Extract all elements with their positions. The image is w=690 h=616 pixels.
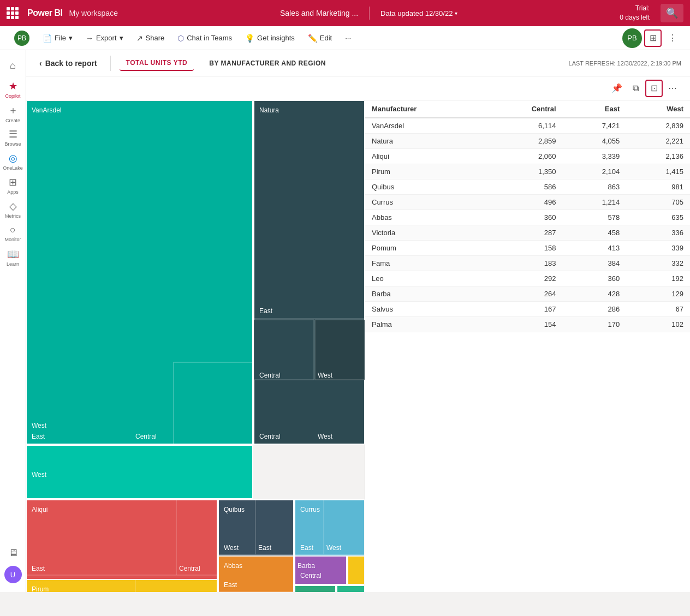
sidebar-item-metrics[interactable]: ◇ Metrics — [2, 199, 24, 220]
cell-east: 170 — [563, 317, 627, 332]
table-row[interactable]: Aliqui 2,060 3,339 2,136 — [365, 149, 690, 164]
cell-manufacturer: Leo — [365, 271, 485, 286]
avatar-toolbar[interactable]: PB — [9, 27, 35, 49]
more-button[interactable]: ··· — [340, 31, 356, 45]
treemap-svg: VanArsdel East Central West Natura East — [26, 100, 365, 592]
duplicate-icon-btn[interactable]: ⧉ — [627, 80, 644, 97]
pin-icon-btn[interactable]: 📌 — [608, 80, 626, 97]
cell-manufacturer: Quibus — [365, 180, 485, 195]
sidebar-browse-label: Browse — [4, 141, 21, 147]
top-header: Power BI My workspace Sales and Marketin… — [0, 0, 690, 26]
table-row[interactable]: VanArsdel 6,114 7,421 2,839 — [365, 118, 690, 134]
display-icon: 🖥 — [8, 547, 18, 559]
file-button[interactable]: 📄 File ▾ — [37, 31, 78, 46]
manufacturer-data-table: Manufacturer Central East West VanArsdel… — [365, 100, 690, 332]
cell-west: 705 — [626, 195, 690, 210]
table-row[interactable]: Natura 2,859 4,055 2,221 — [365, 134, 690, 149]
cell-east: 428 — [563, 286, 627, 302]
table-row[interactable]: Pirum 1,350 2,104 1,415 — [365, 164, 690, 180]
table-row[interactable]: Leo 292 360 192 — [365, 271, 690, 286]
table-row[interactable]: Barba 264 428 129 — [365, 286, 690, 302]
app-grid-icon[interactable] — [7, 7, 19, 19]
user-avatar[interactable]: U — [4, 566, 22, 583]
more-options-icon-btn[interactable]: ⋯ — [664, 80, 681, 97]
share-button[interactable]: ↗ Share — [131, 31, 170, 46]
svg-text:Natura: Natura — [259, 106, 279, 114]
file-chevron: ▾ — [69, 34, 73, 42]
sidebar-monitor-label: Monitor — [4, 237, 21, 243]
sidebar-item-browse[interactable]: ☰ Browse — [2, 127, 24, 148]
sidebar-item-apps[interactable]: ⊞ Apps — [2, 175, 24, 196]
sidebar-item-display[interactable]: 🖥 — [2, 542, 24, 564]
cell-central: 158 — [485, 241, 563, 256]
sidebar-item-onelake[interactable]: ◎ OneLake — [2, 151, 24, 172]
back-arrow-icon: ‹ — [39, 59, 42, 68]
svg-text:West: West — [32, 471, 47, 479]
sidebar-onelake-label: OneLake — [3, 165, 23, 171]
svg-text:East: East — [300, 544, 314, 552]
svg-text:Quibus: Quibus — [224, 506, 245, 513]
cell-west: 635 — [626, 210, 690, 225]
export-chevron: ▾ — [120, 34, 123, 42]
tab-total-units-ytd[interactable]: TOTAL UNITS YTD — [120, 56, 194, 71]
viz-area: VanArsdel East Central West Natura East — [26, 100, 690, 592]
edit-button[interactable]: ✏️ Edit — [302, 31, 337, 46]
svg-text:East: East — [259, 307, 273, 315]
sidebar-item-copilot[interactable]: ★ Copilot — [2, 79, 24, 100]
cell-central: 2,060 — [485, 149, 563, 164]
svg-text:VanArsdel: VanArsdel — [32, 106, 61, 114]
svg-text:Barba: Barba — [298, 562, 315, 570]
table-row[interactable]: Salvus 167 286 67 — [365, 302, 690, 317]
focus-icon-btn[interactable]: ⊡ — [645, 80, 663, 97]
svg-text:West: West — [318, 372, 333, 379]
sidebar-item-monitor[interactable]: ○ Monitor — [2, 223, 24, 244]
table-row[interactable]: Quibus 586 863 981 — [365, 180, 690, 195]
svg-text:East: East — [224, 581, 237, 589]
table-row[interactable]: Victoria 287 458 336 — [365, 225, 690, 241]
cell-west: 339 — [626, 241, 690, 256]
table-row[interactable]: Fama 183 384 332 — [365, 256, 690, 271]
table-row[interactable]: Abbas 360 578 635 — [365, 210, 690, 225]
cell-east: 360 — [563, 271, 627, 286]
col-header-manufacturer: Manufacturer — [365, 100, 485, 118]
get-insights-button[interactable]: 💡 Get insights — [240, 31, 300, 46]
cell-central: 586 — [485, 180, 563, 195]
data-updated[interactable]: Data updated 12/30/22 ▾ — [380, 9, 457, 17]
svg-text:West: West — [32, 422, 47, 429]
panel-button[interactable]: ⋮ — [664, 29, 681, 47]
workspace-name[interactable]: My workspace — [69, 9, 117, 17]
tab-by-manufacturer-region[interactable]: BY MANUFACTURER AND REGION — [203, 56, 332, 70]
avatar-icon-btn[interactable]: PB — [622, 28, 642, 48]
treemap-container[interactable]: VanArsdel East Central West Natura East — [26, 100, 365, 592]
back-to-report-button[interactable]: ‹ Back to report — [35, 56, 102, 71]
cell-central: 264 — [485, 286, 563, 302]
svg-rect-7 — [254, 100, 365, 444]
sidebar-item-learn[interactable]: 📖 Learn — [2, 247, 24, 268]
cell-manufacturer: VanArsdel — [365, 118, 485, 134]
toolbar-action-icons: PB ⊞ ⋮ — [622, 28, 681, 48]
table-row[interactable]: Pomum 158 413 339 — [365, 241, 690, 256]
apps-icon: ⊞ — [9, 176, 17, 188]
svg-text:Central: Central — [179, 565, 200, 572]
focus-mode-button[interactable]: ⊞ — [644, 29, 662, 47]
cell-manufacturer: Palma — [365, 317, 485, 332]
cell-east: 286 — [563, 302, 627, 317]
table-row[interactable]: Palma 154 170 102 — [365, 317, 690, 332]
cell-east: 578 — [563, 210, 627, 225]
svg-text:Pirum: Pirum — [32, 585, 49, 592]
chat-teams-button[interactable]: ⬡ Chat in Teams — [172, 31, 237, 46]
export-button[interactable]: → Export ▾ — [80, 31, 129, 46]
svg-text:Central: Central — [300, 572, 322, 579]
data-table-container[interactable]: Manufacturer Central East West VanArsdel… — [365, 100, 690, 592]
cell-manufacturer: Abbas — [365, 210, 485, 225]
cell-west: 2,221 — [626, 134, 690, 149]
learn-icon: 📖 — [7, 248, 19, 260]
cell-central: 183 — [485, 256, 563, 271]
sidebar-item-create[interactable]: ＋ Create — [2, 103, 24, 124]
cell-east: 4,055 — [563, 134, 627, 149]
table-row[interactable]: Currus 496 1,214 705 — [365, 195, 690, 210]
svg-rect-12 — [315, 320, 365, 380]
sidebar-item-home[interactable]: ⌂ — [2, 55, 24, 76]
search-button[interactable]: 🔍 — [661, 4, 683, 22]
onelake-icon: ◎ — [9, 152, 17, 164]
